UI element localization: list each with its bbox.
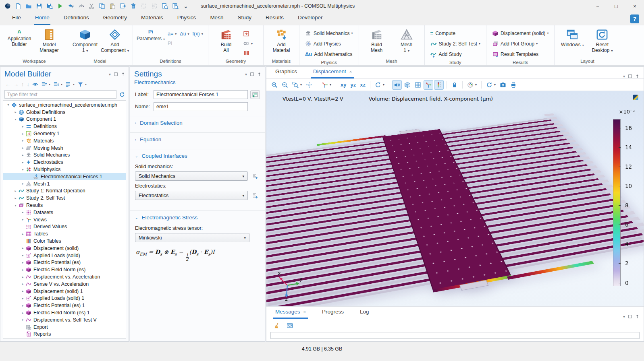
tree-item[interactable]: ▸Datasets [3,209,126,216]
tree-caret[interactable]: ▸ [13,110,18,114]
maximize-button[interactable]: □ [607,0,625,12]
ribbon-mesh-gray-button[interactable]: Mesh1▾ [392,27,421,54]
ribbon-cube-m-button[interactable]: Displacement (solid)▾ [490,28,551,38]
ribbon-mini-geo-insert-button[interactable] [241,29,260,39]
menu-definitions[interactable]: Definitions [63,12,90,25]
view-yz-button[interactable]: yz [349,80,358,89]
ribbon-build-mesh-button[interactable]: BuildMesh [362,27,391,53]
help-button[interactable]: ? [630,14,639,23]
menu-physics[interactable]: Physics [177,12,197,25]
zoom-box-button[interactable]: ▾ [291,80,303,90]
tree-caret[interactable]: ▸ [20,304,25,307]
ribbon-result-templates-button[interactable]: Result Templates [490,49,551,59]
ribbon-app-builder-button[interactable]: AApplicationBuilder [5,27,34,47]
tree-item[interactable]: ▸Displacement vs. Self Test V [3,316,126,324]
refresh-icon[interactable] [119,91,125,98]
ribbon-build-all-button[interactable]: BuildAll [212,27,241,53]
go-to-source-button[interactable] [250,191,260,200]
tree-item[interactable]: Electromechanical Forces 1 [3,173,126,180]
tree-item[interactable]: ▸Applied Loads (solid) 1 [3,295,126,302]
zoom-out-button[interactable] [280,80,290,90]
expand-list-button[interactable]: ▾ [40,80,51,88]
ribbon-mini-f(x)-button[interactable]: f(x)▾ [191,29,205,39]
update-button[interactable]: ▾ [484,80,497,90]
tree-caret[interactable]: ▸ [20,311,25,315]
duplicate-button[interactable] [118,1,128,11]
order-list-button[interactable]: ▾ [64,80,75,88]
tree-item[interactable]: ▸Displacement vs. Acceleration [3,273,126,281]
ribbon-reset-desktop-button[interactable]: ResetDesktop▾ [588,27,617,54]
plot-area[interactable]: VtestL=0 V, VtestR=2 V Volume: Displacem… [266,91,644,306]
tree-caret[interactable]: ▸ [13,196,18,200]
tree-item[interactable]: ▸Electric Potential (es) 1 [3,302,126,309]
electrostatics-select[interactable]: Electrostatics ▾ [135,191,248,200]
rename-note-button[interactable] [250,90,260,99]
tree-item[interactable]: ▸Views [3,216,126,223]
ribbon-model-manager-button[interactable]: ModelManager [35,27,64,53]
menu-study[interactable]: Study [237,12,252,25]
tab-close-icon[interactable]: × [303,309,306,314]
ribbon-mini-geo-fence-button[interactable] [241,48,260,58]
go-to-source-button[interactable] [250,172,260,181]
save-find-button[interactable] [44,1,55,11]
section-domain-selection[interactable]: › Domain Selection [130,116,265,129]
ribbon-mini-geo-chain-button[interactable]: ▾ [241,39,260,48]
ribbon-add-physics-button[interactable]: Add Physics [303,39,355,49]
panel-collapse-icon[interactable]: ▾ [109,72,111,76]
transparency-button[interactable] [403,80,412,90]
mail-window-button[interactable] [285,321,295,330]
tree-item[interactable]: Color Tables [3,237,126,245]
tree-item[interactable]: ▸Sense V vs. Acceleration [3,281,126,288]
tree-item[interactable]: ▸Electrostatics [3,159,126,166]
ribbon-study-button[interactable]: Study 2: Self Test▾ [428,39,483,49]
view-xz-button[interactable]: xz [358,80,367,89]
ribbon-windows-button[interactable]: Windows▾ [558,27,587,48]
copy-button[interactable] [97,1,107,11]
tab-close-icon[interactable]: × [349,69,352,74]
clear-broom-button[interactable] [272,321,282,330]
tree-caret[interactable]: ▸ [20,289,25,293]
panel-pin-icon[interactable] [121,72,125,76]
view-xy-button[interactable]: xy [339,80,348,89]
tree-item[interactable]: ▸Mesh 1 [3,180,126,188]
ribbon-add-component-button[interactable]: AddComponent▾ [100,27,129,54]
tree-caret[interactable]: ▸ [20,318,25,322]
tree-item[interactable]: ▾Results [3,202,126,209]
tree-caret[interactable]: ▸ [20,246,25,250]
panel-float-icon[interactable] [114,72,118,76]
palette-button[interactable]: ▾ [465,80,478,90]
panel-float-icon[interactable] [628,74,632,78]
tab-log[interactable]: Log [357,306,372,319]
wireframe-button[interactable] [413,80,423,90]
paste-button[interactable] [107,1,118,11]
tree-caret[interactable]: ▾ [6,103,11,107]
accelerometer-3d-view[interactable] [270,99,603,306]
tree-item[interactable]: ▸Global Definitions [3,109,126,116]
stress-tensor-select[interactable]: Minkowski ▾ [135,233,249,242]
rotate-button[interactable]: ▾ [373,80,386,90]
qat-overflow-button[interactable]: ⌄ [181,1,191,11]
solid-mechanics-select[interactable]: Solid Mechanics ▾ [135,171,248,181]
colorbar-toggle-button[interactable] [434,80,444,90]
ribbon-add-math-button[interactable]: ΔuAdd Mathematics [303,49,355,59]
minimize-button[interactable]: − [588,0,607,12]
menu-geometry[interactable]: Geometry [102,12,128,25]
section-equation[interactable]: › Equation [130,133,265,146]
tree-caret[interactable]: ▸ [20,182,25,186]
tree-caret[interactable]: ▸ [20,139,25,142]
zoom-extents-button[interactable] [304,80,314,90]
tree-item[interactable]: ▸Solid Mechanics [3,152,126,159]
ribbon-add-study-button[interactable]: Add Study [428,49,483,59]
tree-caret[interactable]: ▸ [20,210,25,214]
tree-item[interactable]: Export [3,324,126,331]
menu-results[interactable]: Results [265,12,285,25]
tree-item[interactable]: ▸Definitions [3,123,126,130]
ribbon-compute-eq-button[interactable]: =Compute [428,28,483,38]
find-button[interactable] [160,1,170,11]
menu-materials[interactable]: Materials [140,12,164,25]
tree-item[interactable]: ▸Displacement (solid) [3,245,126,252]
menu-mesh[interactable]: Mesh [209,12,224,25]
tree-caret[interactable]: ▸ [20,261,25,264]
axes-toggle-button[interactable] [424,80,433,90]
tree-caret[interactable]: ▸ [20,282,25,286]
